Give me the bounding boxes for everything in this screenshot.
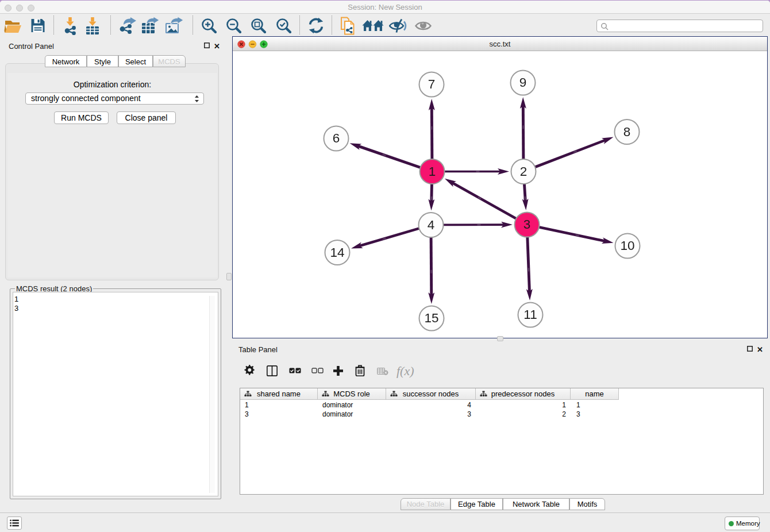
svg-text:7: 7 [428, 77, 436, 91]
svg-text:10: 10 [620, 238, 634, 253]
svg-text:11: 11 [523, 307, 537, 322]
svg-text:14: 14 [330, 245, 344, 260]
svg-text:9: 9 [519, 75, 527, 90]
svg-text:2: 2 [520, 164, 528, 179]
svg-text:1: 1 [429, 164, 436, 179]
svg-text:6: 6 [333, 131, 340, 145]
svg-text:8: 8 [623, 125, 631, 139]
svg-text:15: 15 [424, 311, 438, 325]
svg-text:4: 4 [428, 218, 435, 232]
svg-text:3: 3 [523, 217, 531, 232]
